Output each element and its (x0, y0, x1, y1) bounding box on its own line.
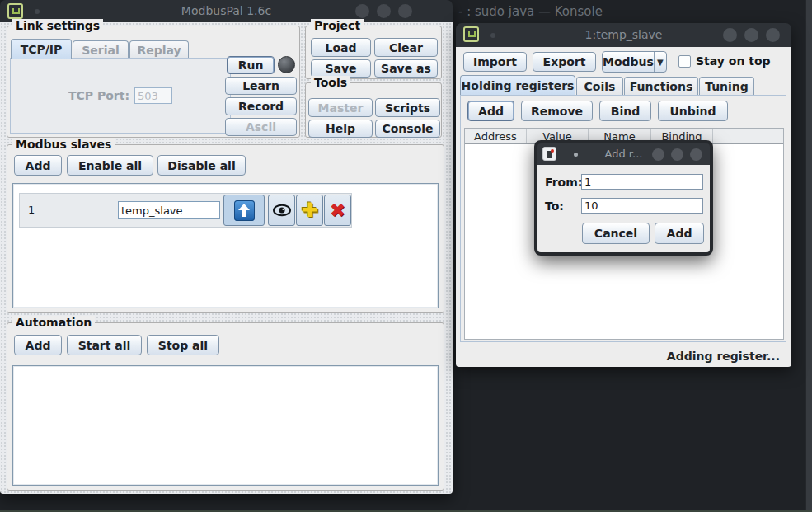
to-label: To: (545, 200, 564, 213)
project-title: Project (311, 19, 364, 32)
automation-add-button[interactable]: Add (14, 335, 62, 355)
minimize-button[interactable] (652, 148, 664, 161)
ascii-button[interactable]: Ascii (225, 118, 297, 136)
export-button[interactable]: Export (533, 52, 596, 72)
modbus-mode-value: Modbus (603, 52, 654, 72)
tcpip-tab-panel: TCP Port: (10, 58, 231, 134)
to-field[interactable] (581, 198, 703, 214)
tools-group: Tools Master Scripts Help Console (305, 82, 442, 138)
console-button[interactable]: Console (375, 120, 440, 138)
help-button[interactable]: Help (308, 120, 373, 138)
stay-on-top-label: Stay on top (696, 54, 771, 68)
tcp-port-field[interactable] (134, 87, 172, 104)
slave-row: 1 ✚ (19, 193, 352, 228)
tab-holding-registers[interactable]: Holding registers (460, 75, 575, 95)
modbus-slaves-group: Modbus slaves Add Enable all Disable all… (7, 144, 444, 313)
save-as-button[interactable]: Save as (374, 59, 438, 78)
konsole-window-title: - : sudo java — Konsole (458, 4, 603, 19)
modbus-mode-select[interactable]: Modbus ▼ (602, 51, 667, 73)
col-address[interactable]: Address (465, 129, 527, 143)
slave-add-button[interactable]: Add (14, 155, 62, 176)
tab-tuning[interactable]: Tuning (699, 77, 754, 95)
slave-id: 1 (28, 204, 35, 216)
automation-title: Automation (12, 316, 95, 329)
scripts-button[interactable]: Scripts (375, 98, 440, 117)
close-button[interactable] (398, 4, 412, 18)
slave-duplicate-button[interactable]: ✚ (296, 195, 323, 226)
learn-button[interactable]: Learn (225, 77, 297, 95)
stop-all-button[interactable]: Stop all (147, 335, 219, 355)
link-settings-title: Link settings (12, 19, 103, 32)
tab-tcpip[interactable]: TCP/IP (11, 39, 72, 59)
close-button[interactable] (690, 148, 702, 161)
slave-enabled-toggle[interactable] (223, 195, 265, 226)
up-arrow-icon (234, 200, 255, 221)
maximize-button[interactable] (744, 28, 758, 42)
from-field[interactable] (581, 174, 703, 190)
slave-delete-button[interactable]: ✖ (324, 195, 351, 226)
dropdown-arrow-icon: ▼ (654, 52, 666, 72)
load-button[interactable]: Load (311, 38, 371, 57)
slave-titlebar[interactable]: 1:temp_slave (456, 23, 791, 47)
tab-serial[interactable]: Serial (73, 40, 129, 59)
save-button[interactable]: Save (311, 59, 371, 78)
dialog-add-button[interactable]: Add (655, 223, 704, 244)
maximize-button[interactable] (671, 148, 683, 161)
dialog-body: From: To: Cancel Add (537, 165, 710, 252)
record-button[interactable]: Record (225, 97, 297, 115)
close-button[interactable] (766, 28, 780, 42)
tab-functions[interactable]: Functions (624, 77, 698, 95)
clear-button[interactable]: Clear (374, 38, 438, 57)
from-label: From: (545, 176, 582, 189)
register-bind-button[interactable]: Bind (599, 101, 651, 121)
automation-group: Automation Add Start all Stop all (7, 322, 444, 491)
add-plus-icon: ✚ (301, 199, 317, 222)
start-all-button[interactable]: Start all (67, 335, 142, 355)
register-remove-button[interactable]: Remove (521, 101, 593, 121)
cancel-button[interactable]: Cancel (582, 223, 650, 244)
register-unbind-button[interactable]: Unbind (658, 101, 728, 121)
tab-replay[interactable]: Replay (129, 40, 189, 59)
slave-name-field[interactable] (118, 201, 220, 219)
desktop: - : sudo java — Konsole ModbusPal 1.6c L… (0, 0, 812, 512)
register-add-button[interactable]: Add (467, 101, 514, 121)
master-button[interactable]: Master (308, 98, 373, 117)
link-settings-group: Link settings TCP/IP Serial Replay TCP P… (7, 26, 300, 138)
enable-all-button[interactable]: Enable all (67, 155, 153, 176)
slave-view-button[interactable] (268, 195, 295, 226)
import-button[interactable]: Import (463, 52, 527, 72)
eye-icon (272, 204, 292, 217)
dialog-titlebar[interactable]: Add r... (537, 143, 710, 165)
minimize-button[interactable] (355, 4, 369, 18)
minimize-button[interactable] (723, 28, 737, 42)
tab-coils[interactable]: Coils (576, 77, 623, 95)
slave-list: 1 ✚ (12, 183, 439, 308)
stay-on-top-checkbox[interactable] (678, 55, 691, 68)
project-group: Project Load Clear Save Save as (305, 26, 442, 79)
add-registers-dialog: Add r... From: To: Cancel Add (534, 140, 713, 256)
run-button[interactable]: Run (227, 56, 275, 74)
konsole-scrollbar[interactable] (805, 0, 812, 512)
tools-title: Tools (311, 76, 350, 89)
maximize-button[interactable] (377, 4, 391, 18)
delete-x-icon: ✖ (330, 200, 345, 221)
link-status-led (278, 56, 295, 73)
main-window-content: Link settings TCP/IP Serial Replay TCP P… (0, 22, 453, 494)
automation-list (12, 365, 439, 486)
col-extra (713, 129, 783, 143)
status-message: Adding register... (667, 350, 780, 363)
modbuspal-main-window: ModbusPal 1.6c Link settings TCP/IP Seri… (0, 0, 453, 494)
modbus-slaves-title: Modbus slaves (12, 138, 115, 151)
tcp-port-label: TCP Port: (68, 89, 129, 102)
disable-all-button[interactable]: Disable all (157, 155, 246, 176)
